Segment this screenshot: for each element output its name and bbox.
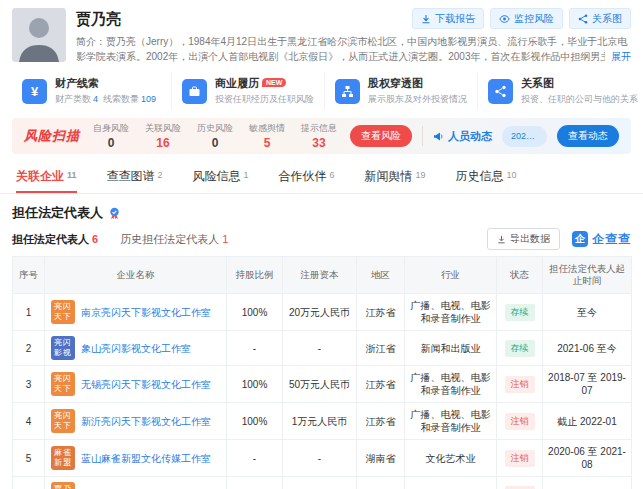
header-actions: 下载报告 监控风险 关系图 xyxy=(412,8,631,29)
cell-capital: 50万元人民币 xyxy=(283,366,357,403)
card-property-clues[interactable]: ¥ 财产线索 财产类数4线索数量109 xyxy=(12,73,171,109)
company-logo: 亮闪天下 xyxy=(51,300,75,324)
view-risk-button[interactable]: 查看风险 xyxy=(350,125,412,147)
risk-item-sentiment[interactable]: 敏感舆情 5 xyxy=(246,122,288,150)
cell-region: 江苏省 xyxy=(357,294,405,331)
cell-ratio: 100% xyxy=(227,403,283,440)
table-row: 5 麻雀新盟蓝山麻雀新盟文化传媒工作室 - - 湖南省 文化艺术业 注销 202… xyxy=(13,440,632,477)
subtab-count: 1 xyxy=(222,233,228,245)
tab-count: 6 xyxy=(330,170,335,180)
card-equity-penetration[interactable]: 股权穿透图 展示股东及对外投资情况 xyxy=(324,73,477,109)
card-title: 财产线索 xyxy=(55,76,161,91)
cell-industry: 广播、电视、电影和录音制作业 xyxy=(405,294,497,331)
cell-serial: 5 xyxy=(13,440,45,477)
subtab-history-legal-rep[interactable]: 历史担任法定代表人1 xyxy=(120,232,228,247)
col-region: 地区 xyxy=(357,257,405,294)
table-row: 4 亮闪天下新沂亮闪天下影视文化工作室 100% 1万元人民币 江苏省 广播、电… xyxy=(13,403,632,440)
company-link[interactable]: 蓝山麻雀新盟文化传媒工作室 xyxy=(81,452,211,465)
risk-item-self[interactable]: 自身风险 0 xyxy=(90,122,132,150)
property-type-count: 4 xyxy=(93,94,98,104)
cell-serial: 2 xyxy=(13,331,45,366)
export-data-button[interactable]: 导出数据 xyxy=(487,228,560,250)
risk-label: 自身风险 xyxy=(90,122,132,135)
card-business-resume[interactable]: 商业履历NEW 投资任职经历及任职风险 xyxy=(171,73,324,109)
tab-count: 11 xyxy=(67,170,77,180)
cell-industry: 文化艺术业 xyxy=(405,440,497,477)
risk-item-hints[interactable]: 提示信息 33 xyxy=(298,122,340,150)
cell-industry: 广播、电视、电影和录音制作业 xyxy=(405,366,497,403)
bio-text: 简介：贾乃亮（Jerry），1984年4月12日出生于黑龙江省哈尔滨市松北区，中… xyxy=(76,34,631,64)
export-icon xyxy=(497,235,506,244)
risk-item-related[interactable]: 关联风险 16 xyxy=(142,122,184,150)
subtab-count: 6 xyxy=(92,233,98,245)
personnel-dynamics-label: 人员动态 xyxy=(433,129,492,144)
company-link[interactable]: 南京亮闪天下影视文化工作室 xyxy=(81,306,211,319)
risk-item-history[interactable]: 历史风险 0 xyxy=(194,122,236,150)
table-row: 6 贾乃亮东阳横店贾乃亮影视工作室 100% - 浙江省 新闻和出版业 注销 截… xyxy=(13,477,632,489)
cell-industry: 广播、电视、电影和录音制作业 xyxy=(405,403,497,440)
card-title: 商业履历NEW xyxy=(215,76,314,91)
feature-cards: ¥ 财产线索 财产类数4线索数量109 商业履历NEW 投资任职经历及任职风险 … xyxy=(0,68,643,116)
card-desc: 投资、任职的公司与他的关系 xyxy=(521,93,638,106)
tab-related-companies[interactable]: 关联企业11 xyxy=(16,160,77,193)
col-company-name: 企业名称 xyxy=(45,257,227,294)
risk-value: 5 xyxy=(246,136,288,150)
wallet-icon: ¥ xyxy=(22,79,47,104)
cell-capital: - xyxy=(283,440,357,477)
cell-serial: 4 xyxy=(13,403,45,440)
cell-ratio: - xyxy=(227,331,283,366)
table-header-row: 序号 企业名称 持股比例 注册资本 地区 行业 状态 担任法定代表人起止时间 xyxy=(13,257,632,294)
cell-ratio: 100% xyxy=(227,294,283,331)
subtab-bar: 担任法定代表人6 历史担任法定代表人1 导出数据 企 企查查 xyxy=(0,228,643,256)
tab-count: 10 xyxy=(507,170,517,180)
cell-serial: 1 xyxy=(13,294,45,331)
card-title: 关系图 xyxy=(521,76,638,91)
col-period: 担任法定代表人起止时间 xyxy=(543,257,632,294)
risk-value: 33 xyxy=(298,136,340,150)
col-share-ratio: 持股比例 xyxy=(227,257,283,294)
card-relation-graph[interactable]: 关系图 投资、任职的公司与他的关系 xyxy=(477,73,643,109)
qichacha-watermark: 企 企查查 xyxy=(572,231,631,248)
download-report-label: 下载报告 xyxy=(435,12,475,26)
briefcase-icon xyxy=(182,79,207,104)
cell-region: 湖南省 xyxy=(357,440,405,477)
cell-period: 2020-06 至 2021-08 xyxy=(543,440,632,477)
tab-partners[interactable]: 合作伙伴6 xyxy=(279,160,335,193)
company-link[interactable]: 象山亮闪影视文化工作室 xyxy=(81,342,191,355)
tab-chacha-graph[interactable]: 查查图谱2 xyxy=(107,160,163,193)
property-type-label: 财产类数 xyxy=(55,94,91,104)
tab-risk-info[interactable]: 风险信息1 xyxy=(193,160,249,193)
relation-graph-button[interactable]: 关系图 xyxy=(569,8,631,29)
tab-news-sentiment[interactable]: 新闻舆情19 xyxy=(365,160,426,193)
monitor-risk-label: 监控风险 xyxy=(514,12,554,26)
expand-link[interactable]: 展开 xyxy=(605,49,631,64)
person-photo-placeholder xyxy=(12,8,66,62)
megaphone-icon xyxy=(433,131,444,142)
tab-count: 19 xyxy=(416,170,426,180)
tab-history-info[interactable]: 历史信息10 xyxy=(456,160,517,193)
profile-header: 贾乃亮 下载报告 监控风险 关系图 简介：贾乃亮（Jerry），1984年4月1… xyxy=(0,0,643,68)
section-title: 担任法定代表人 xyxy=(12,204,103,222)
status-badge: 存续 xyxy=(505,340,535,357)
cell-ratio: - xyxy=(227,440,283,477)
qichacha-logo-text: 企查查 xyxy=(592,231,631,248)
clue-count-label: 线索数量 xyxy=(103,94,139,104)
export-data-label: 导出数据 xyxy=(510,232,550,246)
risk-value: 0 xyxy=(194,136,236,150)
subtab-current-legal-rep[interactable]: 担任法定代表人6 xyxy=(12,232,98,247)
download-report-button[interactable]: 下载报告 xyxy=(412,8,484,29)
card-desc: 展示股东及对外投资情况 xyxy=(368,93,467,106)
view-dynamics-button[interactable]: 查看动态 xyxy=(557,125,619,147)
company-link[interactable]: 新沂亮闪天下影视文化工作室 xyxy=(81,415,211,428)
cell-region: 浙江省 xyxy=(357,331,405,366)
cell-capital: - xyxy=(283,331,357,366)
new-badge: NEW xyxy=(262,78,286,87)
news-ticker[interactable]: 2021-03-19 新增投资企业：海口漫川文... xyxy=(502,126,547,147)
cell-serial: 6 xyxy=(13,477,45,489)
monitor-risk-button[interactable]: 监控风险 xyxy=(490,8,563,29)
clue-count-value: 109 xyxy=(141,94,156,104)
company-logo: 贾乃亮 xyxy=(51,482,75,489)
card-desc: 财产类数4线索数量109 xyxy=(55,93,161,106)
cell-ratio: 100% xyxy=(227,477,283,489)
company-link[interactable]: 无锡亮闪天下影视文化工作室 xyxy=(81,378,211,391)
